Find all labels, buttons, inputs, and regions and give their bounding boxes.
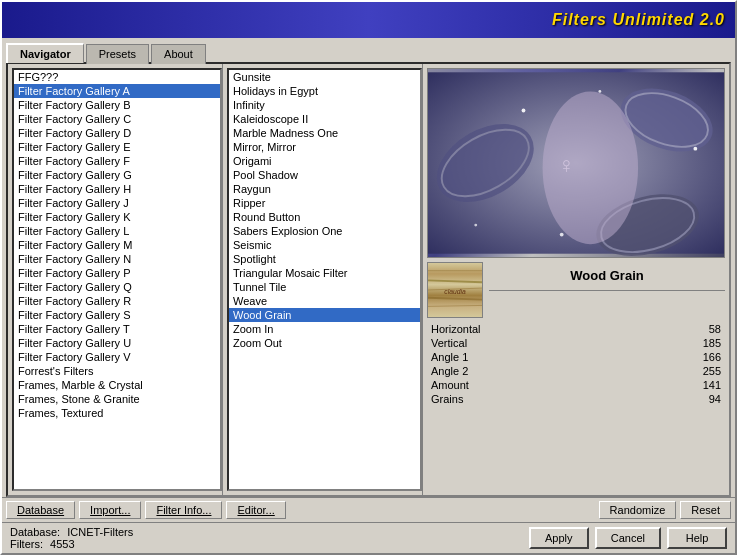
param-value: 185 xyxy=(631,336,725,350)
param-value: 141 xyxy=(631,378,725,392)
svg-point-11 xyxy=(474,224,477,227)
list-item[interactable]: Filter Factory Gallery P xyxy=(14,266,220,280)
list-item[interactable]: Forrest's Filters xyxy=(14,364,220,378)
list-item[interactable]: Filter Factory Gallery G xyxy=(14,168,220,182)
filter-list-item[interactable]: Sabers Explosion One xyxy=(229,224,420,238)
filterinfo-button[interactable]: Filter Info... xyxy=(145,501,222,519)
randomize-button[interactable]: Randomize xyxy=(599,501,677,519)
list-item[interactable]: Filter Factory Gallery M xyxy=(14,238,220,252)
list-item[interactable]: Filter Factory Gallery S xyxy=(14,308,220,322)
list-item[interactable]: Filter Factory Gallery U xyxy=(14,336,220,350)
editor-button[interactable]: Editor... xyxy=(226,501,285,519)
cancel-button[interactable]: Cancel xyxy=(595,527,661,549)
filter-name: Wood Grain xyxy=(570,268,643,283)
filter-listbox[interactable]: GunsiteHolidays in EgyptInfinityKaleidos… xyxy=(227,68,422,491)
filter-list-item[interactable]: Round Button xyxy=(229,210,420,224)
filter-list-item[interactable]: Wood Grain xyxy=(229,308,420,322)
param-value: 94 xyxy=(631,392,725,406)
filter-list-item[interactable]: Marble Madness One xyxy=(229,126,420,140)
filter-list-item[interactable]: Origami xyxy=(229,154,420,168)
bottom-toolbar: Database Import... Filter Info... Editor… xyxy=(2,497,735,522)
list-item[interactable]: Filter Factory Gallery R xyxy=(14,294,220,308)
help-button[interactable]: Help xyxy=(667,527,727,549)
list-item[interactable]: Filter Factory Gallery V xyxy=(14,350,220,364)
filter-list-item[interactable]: Mirror, Mirror xyxy=(229,140,420,154)
param-value: 255 xyxy=(631,364,725,378)
param-value: 166 xyxy=(631,350,725,364)
list-item[interactable]: Filter Factory Gallery H xyxy=(14,182,220,196)
list-item[interactable]: Filter Factory Gallery D xyxy=(14,126,220,140)
svg-text:claudia: claudia xyxy=(444,288,466,295)
list-item[interactable]: Filter Factory Gallery K xyxy=(14,210,220,224)
list-item[interactable]: Filter Factory Gallery L xyxy=(14,224,220,238)
list-item[interactable]: Filter Factory Gallery T xyxy=(14,322,220,336)
filter-list-item[interactable]: Pool Shadow xyxy=(229,168,420,182)
tab-navigator[interactable]: Navigator xyxy=(6,43,84,63)
param-row: Grains 94 xyxy=(427,392,725,406)
apply-button[interactable]: Apply xyxy=(529,527,589,549)
param-label: Angle 2 xyxy=(427,364,631,378)
category-panel: FFG???Filter Factory Gallery AFilter Fac… xyxy=(8,64,223,495)
svg-point-9 xyxy=(598,90,601,93)
list-item[interactable]: Filter Factory Gallery E xyxy=(14,140,220,154)
list-item[interactable]: Frames, Textured xyxy=(14,406,220,420)
app-title: Filters Unlimited 2.0 xyxy=(552,11,725,29)
database-info: Database: ICNET-Filters xyxy=(10,526,133,538)
tab-bar: Navigator Presets About xyxy=(2,38,735,62)
svg-point-12 xyxy=(560,233,564,237)
filter-list-item[interactable]: Triangular Mosaic Filter xyxy=(229,266,420,280)
filter-list-item[interactable]: Zoom In xyxy=(229,322,420,336)
param-label: Amount xyxy=(427,378,631,392)
filter-list-item[interactable]: Tunnel Tile xyxy=(229,280,420,294)
list-item[interactable]: FFG??? xyxy=(14,70,220,84)
list-item[interactable]: Filter Factory Gallery B xyxy=(14,98,220,112)
tab-presets[interactable]: Presets xyxy=(86,44,149,64)
status-info: Database: ICNET-Filters Filters: 4553 xyxy=(10,526,133,550)
filter-list-item[interactable]: Zoom Out xyxy=(229,336,420,350)
param-row: Angle 2 255 xyxy=(427,364,725,378)
list-item[interactable]: Filter Factory Gallery A xyxy=(14,84,220,98)
filter-list-item[interactable]: Infinity xyxy=(229,98,420,112)
list-item[interactable]: Filter Factory Gallery C xyxy=(14,112,220,126)
filter-list-item[interactable]: Raygun xyxy=(229,182,420,196)
param-row: Horizontal 58 xyxy=(427,322,725,336)
import-button[interactable]: Import... xyxy=(79,501,141,519)
status-bar: Database: ICNET-Filters Filters: 4553 Ap… xyxy=(2,522,735,553)
list-item[interactable]: Frames, Stone & Granite xyxy=(14,392,220,406)
filter-list-item[interactable]: Gunsite xyxy=(229,70,420,84)
svg-text:♀: ♀ xyxy=(558,152,575,178)
main-window: Filters Unlimited 2.0 Navigator Presets … xyxy=(0,0,737,555)
param-label: Angle 1 xyxy=(427,350,631,364)
param-row: Vertical 185 xyxy=(427,336,725,350)
action-buttons: Apply Cancel Help xyxy=(529,527,727,549)
reset-button[interactable]: Reset xyxy=(680,501,731,519)
param-row: Amount 141 xyxy=(427,378,725,392)
list-item[interactable]: Filter Factory Gallery N xyxy=(14,252,220,266)
list-item[interactable]: Frames, Marble & Crystal xyxy=(14,378,220,392)
preview-panel: ♀ xyxy=(423,64,729,495)
tab-about[interactable]: About xyxy=(151,44,206,64)
svg-point-7 xyxy=(543,91,638,244)
params-table: Horizontal 58 Vertical 185 Angle 1 166 A… xyxy=(427,322,725,406)
param-label: Grains xyxy=(427,392,631,406)
filter-panel: GunsiteHolidays in EgyptInfinityKaleidos… xyxy=(223,64,423,495)
main-content: FFG???Filter Factory Gallery AFilter Fac… xyxy=(6,62,731,497)
filter-list-item[interactable]: Seismic xyxy=(229,238,420,252)
filters-info: Filters: 4553 xyxy=(10,538,133,550)
category-list-container: FFG???Filter Factory Gallery AFilter Fac… xyxy=(8,64,222,495)
filter-list-item[interactable]: Holidays in Egypt xyxy=(229,84,420,98)
filter-info-row: claudia Wood Grain xyxy=(427,262,725,318)
list-item[interactable]: Filter Factory Gallery J xyxy=(14,196,220,210)
svg-point-10 xyxy=(693,147,697,151)
filter-list-item[interactable]: Ripper xyxy=(229,196,420,210)
list-item[interactable]: Filter Factory Gallery F xyxy=(14,154,220,168)
list-item[interactable]: Filter Factory Gallery Q xyxy=(14,280,220,294)
filter-list-item[interactable]: Weave xyxy=(229,294,420,308)
filter-list-item[interactable]: Kaleidoscope II xyxy=(229,112,420,126)
database-button[interactable]: Database xyxy=(6,501,75,519)
title-bar: Filters Unlimited 2.0 xyxy=(2,2,735,38)
category-listbox[interactable]: FFG???Filter Factory Gallery AFilter Fac… xyxy=(12,68,222,491)
param-label: Horizontal xyxy=(427,322,631,336)
filter-list-item[interactable]: Spotlight xyxy=(229,252,420,266)
param-row: Angle 1 166 xyxy=(427,350,725,364)
